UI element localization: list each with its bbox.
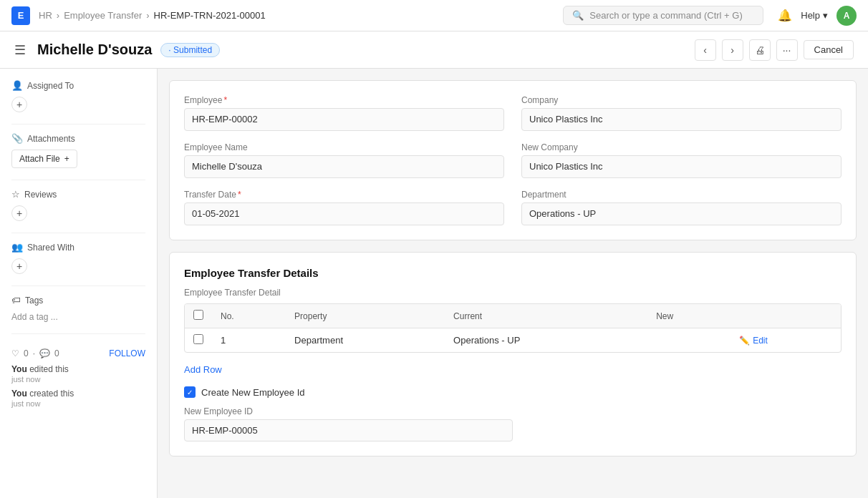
divider-1 <box>11 124 145 125</box>
paperclip-icon: 📎 <box>11 133 23 144</box>
company-field: Company Unico Plastics Inc <box>521 95 842 131</box>
follow-button[interactable]: FOLLOW <box>109 348 145 358</box>
add-tag-placeholder[interactable]: Add a tag ... <box>11 312 58 322</box>
sidebar: 👤 Assigned To + 📎 Attachments Attach Fil… <box>0 69 158 498</box>
details-card: Employee Transfer Details Employee Trans… <box>169 252 857 456</box>
reviews-section: ☆ Reviews + <box>11 189 145 221</box>
breadcrumb-sep2: › <box>146 10 149 21</box>
table-row: 1 Department Operations - UP ✏️ Edit <box>185 328 841 353</box>
attach-file-label: Attach File <box>19 154 60 164</box>
prev-button[interactable]: ‹ <box>695 39 716 61</box>
activity-action-1: edited this <box>29 364 69 374</box>
breadcrumb-current: HR-EMP-TRN-2021-00001 <box>154 10 266 21</box>
select-all-checkbox[interactable] <box>193 310 203 320</box>
assigned-to-label: Assigned To <box>27 81 74 91</box>
employee-name-label: Employee Name <box>184 142 504 152</box>
add-assigned-button[interactable]: + <box>11 97 27 112</box>
assigned-to-header: 👤 Assigned To <box>11 80 145 91</box>
divider-4 <box>11 285 145 286</box>
create-new-id-row: ✓ Create New Employee Id <box>184 386 842 398</box>
breadcrumb-sep1: › <box>57 10 59 21</box>
breadcrumb: HR › Employee Transfer › HR-EMP-TRN-2021… <box>39 10 266 21</box>
divider-5 <box>11 333 145 334</box>
help-chevron-icon: ▾ <box>823 10 828 21</box>
new-employee-id-value[interactable]: HR-EMP-00005 <box>184 419 513 441</box>
tags-label: Tags <box>25 296 43 306</box>
help-label: Help <box>801 10 820 21</box>
transfer-detail-table-container: No. Property Current New 1 <box>184 303 842 353</box>
shared-with-label: Shared With <box>27 243 74 253</box>
menu-icon[interactable]: ☰ <box>14 42 26 58</box>
activity-actor-2: You <box>11 389 27 399</box>
search-placeholder-text: Search or type a command (Ctrl + G) <box>589 10 743 21</box>
form-grid: Employee* HR-EMP-00002 Company Unico Pla… <box>184 95 842 225</box>
breadcrumb-hr[interactable]: HR <box>39 10 52 21</box>
th-new: New <box>647 304 730 328</box>
create-new-id-label: Create New Employee Id <box>201 387 305 398</box>
create-new-id-checkbox[interactable]: ✓ <box>184 386 196 398</box>
help-menu[interactable]: Help ▾ <box>801 10 828 21</box>
topnav-actions: 🔔 Help ▾ A <box>778 6 857 26</box>
td-checkbox-1 <box>185 328 212 353</box>
td-new-1 <box>647 328 730 353</box>
star-icon: ☆ <box>11 189 20 200</box>
department-value[interactable]: Operations - UP <box>521 202 842 225</box>
th-actions <box>730 304 841 328</box>
cancel-button[interactable]: Cancel <box>804 40 854 59</box>
table-header-row: No. Property Current New <box>185 304 841 328</box>
td-edit-1: ✏️ Edit <box>730 328 841 353</box>
comment-icon: 💬 <box>39 348 50 358</box>
more-options-button[interactable]: ··· <box>776 39 798 61</box>
transfer-detail-table: No. Property Current New 1 <box>185 304 841 352</box>
form-card: Employee* HR-EMP-00002 Company Unico Pla… <box>169 80 857 240</box>
notifications-bell-icon[interactable]: 🔔 <box>778 9 792 22</box>
employee-value[interactable]: HR-EMP-00002 <box>184 108 504 131</box>
add-row-button[interactable]: Add Row <box>184 361 222 378</box>
tags-section: 🏷 Tags Add a tag ... <box>11 295 145 322</box>
activity-item-1: You edited this just now <box>11 364 145 384</box>
activity-item-2: You created this just now <box>11 389 145 409</box>
th-current: Current <box>445 304 647 328</box>
new-employee-id-label: New Employee ID <box>184 406 842 416</box>
edit-row-button-1[interactable]: ✏️ Edit <box>739 336 768 346</box>
activity-time-2: just now <box>11 399 40 408</box>
attach-file-plus-icon: + <box>64 154 69 164</box>
transfer-date-required-star: * <box>238 190 241 200</box>
new-company-field: New Company Unico Plastics Inc <box>521 142 842 178</box>
likes-count: 0 <box>24 348 29 358</box>
employee-required-star: * <box>223 95 227 105</box>
edit-label: Edit <box>753 336 768 346</box>
employee-label: Employee* <box>184 95 504 105</box>
new-company-label: New Company <box>521 142 842 152</box>
status-badge: · Submitted <box>160 43 220 57</box>
employee-name-value[interactable]: Michelle D'souza <box>184 155 504 178</box>
search-bar[interactable]: 🔍 Search or type a command (Ctrl + G) <box>563 6 763 25</box>
app-logo: E <box>11 6 30 25</box>
layout: 👤 Assigned To + 📎 Attachments Attach Fil… <box>0 69 868 498</box>
add-review-button[interactable]: + <box>11 205 27 221</box>
row-checkbox-1[interactable] <box>193 334 203 344</box>
comments-count: 0 <box>54 348 59 358</box>
activity-actor-1: You <box>11 364 27 374</box>
user-avatar[interactable]: A <box>836 6 857 26</box>
attachments-header: 📎 Attachments <box>11 133 145 144</box>
activity-counts: ♡ 0 · 💬 0 FOLLOW <box>11 348 145 358</box>
new-company-value[interactable]: Unico Plastics Inc <box>521 155 842 178</box>
td-no-1: 1 <box>212 328 286 353</box>
details-title: Employee Transfer Details <box>184 267 842 279</box>
company-value[interactable]: Unico Plastics Inc <box>521 108 842 131</box>
main-content: Employee* HR-EMP-00002 Company Unico Pla… <box>158 69 868 498</box>
company-label: Company <box>521 95 842 105</box>
next-button[interactable]: › <box>722 39 743 61</box>
breadcrumb-employee-transfer[interactable]: Employee Transfer <box>64 10 142 21</box>
department-field: Department Operations - UP <box>521 190 842 225</box>
td-property-1: Department <box>286 328 445 353</box>
page-title: Michelle D'souza <box>37 42 152 58</box>
th-checkbox <box>185 304 212 328</box>
tag-icon: 🏷 <box>11 295 21 306</box>
heart-icon: ♡ <box>11 348 19 358</box>
add-shared-button[interactable]: + <box>11 258 27 274</box>
print-button[interactable]: 🖨 <box>749 39 771 61</box>
transfer-date-value[interactable]: 01-05-2021 <box>184 202 504 225</box>
attach-file-button[interactable]: Attach File + <box>11 150 77 168</box>
